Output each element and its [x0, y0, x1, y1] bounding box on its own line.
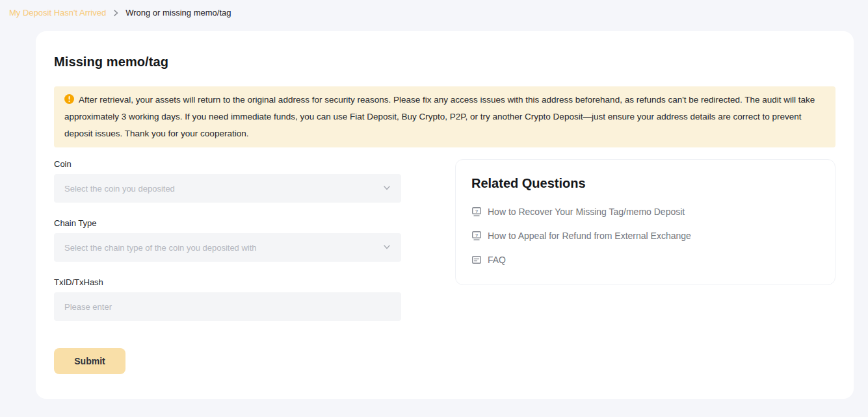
svg-text:?: ?: [475, 233, 479, 238]
article-question-icon: ?: [471, 207, 482, 217]
chain-type-select[interactable]: Select the chain type of the coin you de…: [54, 233, 401, 262]
breadcrumb-link-my-deposit-hasnt-arrived[interactable]: My Deposit Hasn't Arrived: [9, 8, 106, 18]
notice-text: After retrieval, your assets will return…: [64, 95, 815, 138]
chevron-down-icon: [383, 243, 391, 253]
chain-type-select-placeholder: Select the chain type of the coin you de…: [64, 243, 257, 253]
article-question-icon: ?: [471, 231, 482, 241]
txid-input[interactable]: [54, 292, 401, 321]
coin-select[interactable]: Select the coin you deposited: [54, 174, 401, 203]
related-questions-panel: Related Questions ? How to Recover Your …: [455, 159, 835, 285]
content-columns: Coin Select the coin you deposited Chain…: [54, 159, 835, 374]
coin-label: Coin: [54, 159, 401, 169]
faq-icon: [471, 255, 482, 265]
breadcrumb-current-page: Wrong or missing memo/tag: [125, 8, 231, 18]
txid-label: TxID/TxHash: [54, 277, 401, 287]
chevron-right-icon: [112, 9, 120, 17]
missing-memo-form: Coin Select the coin you deposited Chain…: [54, 159, 401, 374]
submit-button[interactable]: Submit: [54, 348, 125, 374]
related-link-label: How to Recover Your Missing Tag/memo Dep…: [488, 207, 685, 217]
related-link-faq[interactable]: FAQ: [471, 255, 819, 265]
related-link-label: How to Appeal for Refund from External E…: [488, 231, 691, 241]
warning-icon: [64, 94, 74, 104]
content-card: Missing memo/tag After retrieval, your a…: [36, 31, 854, 399]
chevron-down-icon: [383, 184, 391, 194]
related-link-label: FAQ: [488, 255, 506, 265]
chain-type-label: Chain Type: [54, 218, 401, 228]
page-title: Missing memo/tag: [54, 55, 835, 70]
related-link-recover-missing-tag[interactable]: ? How to Recover Your Missing Tag/memo D…: [471, 207, 819, 217]
breadcrumb: My Deposit Hasn't Arrived Wrong or missi…: [0, 0, 868, 18]
notice-banner: After retrieval, your assets will return…: [54, 86, 835, 147]
coin-select-placeholder: Select the coin you deposited: [64, 184, 175, 194]
related-questions-title: Related Questions: [471, 176, 819, 191]
svg-text:?: ?: [475, 208, 479, 214]
related-link-appeal-refund[interactable]: ? How to Appeal for Refund from External…: [471, 231, 819, 241]
